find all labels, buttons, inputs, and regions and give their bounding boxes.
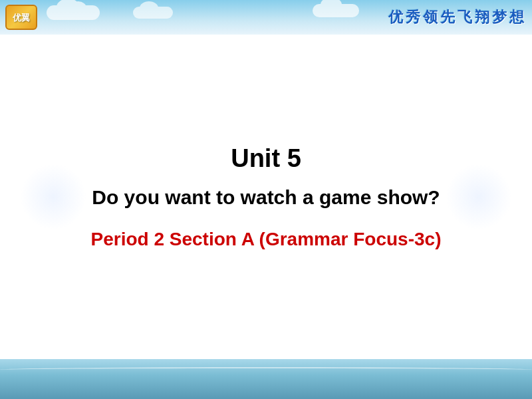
- section-label: Period 2 Section A (Grammar Focus-3c): [91, 229, 442, 250]
- header-tagline: 优 秀 领 先 飞 翔 梦 想: [388, 0, 532, 35]
- decoration-circle-right: [446, 164, 512, 230]
- cloud-decoration-1: [47, 5, 100, 20]
- tagline-char-1: 优: [388, 7, 404, 27]
- tagline-char-2: 秀: [406, 7, 422, 27]
- cloud-decoration-3: [313, 4, 359, 17]
- tagline-char-8: 想: [509, 7, 525, 27]
- footer: [0, 359, 532, 399]
- tagline-char-6: 翔: [475, 7, 491, 27]
- cloud-decoration-2: [133, 7, 173, 19]
- unit-title: Unit 5: [231, 144, 301, 173]
- lesson-subtitle: Do you want to watch a game show?: [92, 186, 440, 209]
- tagline-char-5: 飞: [458, 7, 473, 27]
- tagline-char-3: 领: [423, 7, 439, 27]
- tagline-char-4: 先: [440, 7, 456, 27]
- footer-water: [0, 359, 532, 399]
- decoration-circle-left: [20, 164, 86, 230]
- logo-text: 优翼: [13, 13, 30, 22]
- main-content: Unit 5 Do you want to watch a game show?…: [0, 35, 532, 359]
- header-bar: 优翼 优 秀 领 先 飞 翔 梦 想: [0, 0, 532, 35]
- wave-decoration: [0, 366, 532, 379]
- logo: 优翼: [5, 5, 37, 30]
- tagline-char-7: 梦: [492, 7, 508, 27]
- wave-line: [0, 367, 532, 372]
